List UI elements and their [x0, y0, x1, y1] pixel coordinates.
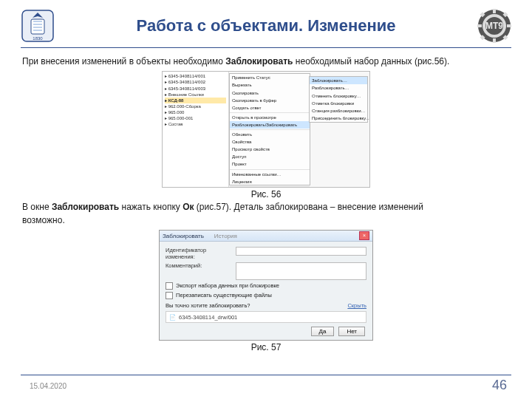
- intro-bold: Заблокировать: [225, 56, 293, 66]
- svg-rect-7: [493, 9, 496, 13]
- tree-item[interactable]: ▸ 965.000: [165, 109, 226, 115]
- svg-rect-10: [507, 24, 511, 27]
- footer-date: 15.04.2020: [30, 382, 66, 390]
- tree-item[interactable]: ▸ 6345-3408114/002: [165, 79, 226, 85]
- context-menu: Применить СтатусВырезатьСкопироватьСкопи…: [229, 73, 310, 185]
- university-crest-icon: 1830: [21, 9, 55, 43]
- submenu-item[interactable]: Разблокировать…: [310, 84, 367, 92]
- hide-link[interactable]: Скрыть: [347, 302, 366, 309]
- menu-item[interactable]: Проект: [230, 160, 310, 168]
- overwrite-checkbox-label: Перезаписать существующие файлы: [176, 292, 272, 299]
- change-id-input[interactable]: [236, 247, 366, 256]
- slide-title: Работа с объектами. Изменение: [62, 16, 470, 35]
- figure-56-screenshot: ▸ 6345-3408114/001▸ 6345-3408114/002▸ 63…: [162, 71, 370, 188]
- nav-tree: ▸ 6345-3408114/001▸ 6345-3408114/002▸ 63…: [163, 72, 229, 187]
- tree-item[interactable]: ▸ КСД-88: [165, 98, 226, 103]
- menu-item[interactable]: Открыть в просмотре: [230, 114, 310, 121]
- menu-item[interactable]: Создать ответ: [230, 104, 310, 112]
- attachment-name: 6345-3408114_drw/001: [179, 314, 237, 321]
- export-checkbox-label: Экспорт набора данных при блокировке: [176, 282, 279, 289]
- intro-post: необходимый набор данных (рис.56).: [293, 56, 450, 66]
- header-rule: [21, 47, 511, 48]
- submenu-item[interactable]: Станция разблокировки…: [310, 107, 367, 115]
- menu-item[interactable]: Скопировать: [230, 89, 310, 97]
- intro-pre: При внесения изменений в объекты необход…: [22, 56, 225, 66]
- submenu-item[interactable]: Присоединить блокировку…: [310, 115, 367, 122]
- comment-textarea[interactable]: [236, 262, 366, 280]
- menu-item[interactable]: Вырезать: [230, 81, 310, 89]
- menu-item[interactable]: Именованные ссылки…: [230, 171, 310, 178]
- ok-button[interactable]: Да: [311, 327, 335, 336]
- page-number: 46: [492, 378, 507, 393]
- tree-item[interactable]: ▸ 6345-3408114/001: [165, 73, 226, 79]
- footer-rule: [21, 375, 511, 375]
- close-icon[interactable]: ×: [359, 231, 369, 240]
- department-gear-icon: МТ9: [477, 9, 511, 43]
- menu-item[interactable]: Разблокировать/Заблокировать: [230, 121, 310, 129]
- tree-item[interactable]: ▸ 6345-3408114/003: [165, 86, 226, 92]
- dialog-tab-history[interactable]: История: [214, 233, 237, 239]
- overwrite-checkbox[interactable]: [166, 292, 173, 299]
- change-id-label: Идентификатор изменения:: [166, 247, 236, 260]
- figure-57-dialog: Заблокировать История × Идентификатор из…: [159, 230, 373, 341]
- submenu-item[interactable]: Отменить блокировку…: [310, 92, 367, 100]
- figure-56-caption: Рис. 56: [21, 189, 511, 200]
- body-paragraph-2: В окне Заблокировать нажать кнопку Ок (р…: [22, 201, 510, 227]
- dialog-title: Заблокировать: [163, 233, 204, 239]
- menu-item[interactable]: Скопировать в буфер: [230, 97, 310, 104]
- export-checkbox[interactable]: [166, 282, 173, 290]
- attachment-row: 📄 6345-3408114_drw/001: [166, 311, 366, 323]
- figure-57-caption: Рис. 57: [21, 342, 511, 352]
- menu-item[interactable]: Лицензия: [230, 178, 310, 185]
- tree-item[interactable]: ▸ Внешние Ссылки: [165, 92, 226, 98]
- menu-item[interactable]: Применить Статус: [230, 74, 310, 81]
- context-submenu-lock: Заблокировать…Разблокировать…Отменить бл…: [309, 76, 368, 123]
- comment-label: Комментарий:: [166, 262, 236, 269]
- menu-item[interactable]: Менеджер подписки…: [230, 188, 310, 188]
- svg-text:МТ9: МТ9: [485, 21, 503, 31]
- svg-text:1830: 1830: [33, 36, 43, 41]
- intro-paragraph: При внесения изменений в объекты необход…: [22, 55, 510, 68]
- submenu-item[interactable]: Заблокировать…: [310, 77, 367, 84]
- tree-item[interactable]: ▸ 962.000-Сборка: [165, 103, 226, 109]
- cancel-button[interactable]: Нет: [338, 327, 365, 336]
- submenu-item[interactable]: Отметка блокировки: [310, 100, 367, 107]
- menu-item[interactable]: Доступ: [230, 153, 310, 160]
- svg-rect-8: [493, 38, 496, 43]
- tree-item[interactable]: ▸ Состав: [165, 121, 226, 127]
- menu-item[interactable]: Просмотр свойств: [230, 146, 310, 153]
- dialog-titlebar: Заблокировать История ×: [160, 231, 372, 242]
- menu-item[interactable]: Свойства: [230, 138, 310, 146]
- menu-item[interactable]: Обновить: [230, 131, 310, 138]
- confirm-question: Вы точно хотите заблокировать?: [166, 302, 250, 309]
- svg-rect-9: [477, 24, 482, 27]
- tree-item[interactable]: ▸ 965.000-001: [165, 115, 226, 121]
